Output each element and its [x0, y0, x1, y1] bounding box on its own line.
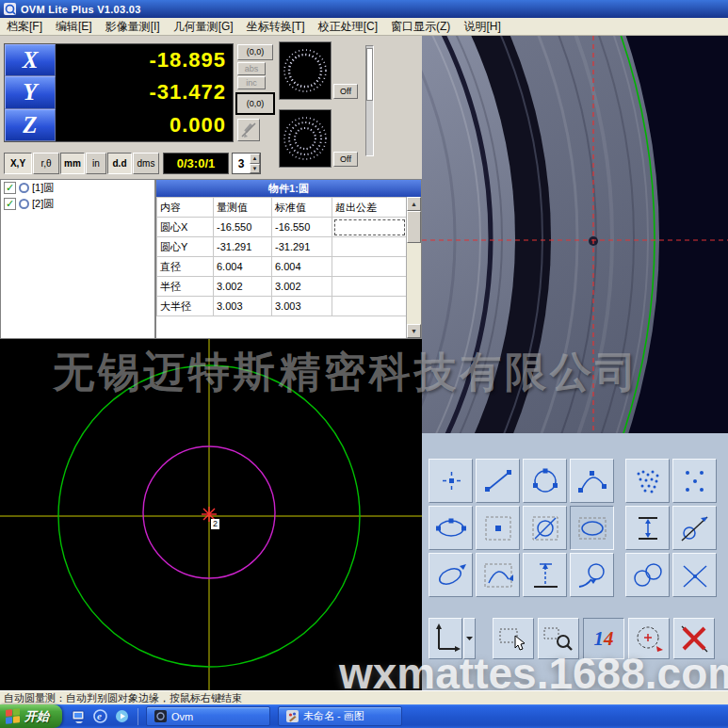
rotated-ellipse-tool-button[interactable]: [429, 553, 473, 597]
cell-measured[interactable]: -31.291: [214, 237, 272, 257]
point-count-spinner[interactable]: 3 ▲ ▼: [232, 153, 261, 174]
cross-lines-tool-button[interactable]: [672, 553, 717, 597]
col-header-name[interactable]: 内容: [157, 198, 214, 218]
menu-item-file[interactable]: 档案[F]: [0, 18, 49, 36]
cell-standard[interactable]: -16.550: [272, 218, 332, 237]
cell-tolerance[interactable]: [332, 218, 407, 237]
cell-name[interactable]: 半径: [157, 277, 214, 297]
light-slider[interactable]: [365, 45, 374, 156]
cell-standard[interactable]: 3.003: [272, 297, 332, 316]
display1-off-button[interactable]: Off: [333, 84, 358, 99]
table-row[interactable]: 大半径 3.003 3.003: [157, 297, 407, 316]
point-tool-button[interactable]: [429, 459, 473, 503]
tree-item-label[interactable]: [1]圆: [32, 181, 54, 195]
line-tool-button[interactable]: [476, 459, 520, 503]
col-header-measured[interactable]: 量测值: [214, 198, 272, 218]
ellipse-tool-button[interactable]: [429, 506, 473, 550]
menu-item-coord-transform[interactable]: 坐标转换[T]: [240, 18, 312, 36]
vertical-distance-tool-button[interactable]: [625, 506, 670, 550]
circle-object-icon: [19, 183, 29, 193]
checkbox-circle-2[interactable]: ✓: [4, 198, 16, 210]
scrollbar-track[interactable]: [407, 211, 421, 324]
spinner-down-button[interactable]: ▼: [250, 164, 260, 174]
two-circles-tool-button[interactable]: [625, 553, 670, 597]
cell-name[interactable]: 大半径: [157, 297, 214, 316]
checkbox-circle-1[interactable]: ✓: [4, 182, 16, 194]
scroll-up-icon[interactable]: ▲: [407, 197, 421, 211]
box-arc-tool-button[interactable]: [476, 553, 520, 597]
spinner-up-button[interactable]: ▲: [250, 154, 260, 164]
show-desktop-icon[interactable]: [71, 708, 87, 724]
display2-off-button[interactable]: Off: [333, 152, 358, 167]
coord-xy-button[interactable]: X,Y: [4, 153, 32, 174]
drawing-canvas[interactable]: 2: [0, 339, 422, 690]
cell-measured[interactable]: 3.003: [214, 297, 272, 316]
table-row[interactable]: 圆心X -16.550 -16.550: [157, 218, 407, 237]
auto-circle-tool-button[interactable]: [628, 618, 670, 659]
task-button-ovm[interactable]: Ovm: [146, 706, 270, 726]
cell-tolerance[interactable]: [332, 237, 407, 257]
media-player-icon[interactable]: [114, 708, 130, 724]
inc-mode-button[interactable]: inc: [237, 76, 266, 89]
cell-tolerance[interactable]: [332, 297, 407, 316]
zoom-tool-button[interactable]: [538, 618, 579, 659]
cell-tolerance[interactable]: [332, 277, 407, 297]
zero-origin-button-2[interactable]: (0,0): [235, 92, 275, 115]
table-row[interactable]: 半径 3.002 3.002: [157, 277, 407, 297]
scroll-down-icon[interactable]: ▼: [407, 324, 421, 338]
arc-tool-button[interactable]: [570, 459, 614, 503]
browser-icon[interactable]: e: [92, 708, 108, 724]
abs-mode-button[interactable]: abs: [237, 62, 266, 75]
menu-item-image-measure[interactable]: 影像量测[I]: [99, 18, 167, 36]
angle-dd-button[interactable]: d.d: [107, 153, 132, 174]
circle-tool-button[interactable]: [523, 459, 567, 503]
cell-name[interactable]: 直径: [157, 257, 214, 277]
coord-polar-button[interactable]: r,θ: [33, 153, 59, 174]
menu-item-help[interactable]: 说明[H]: [457, 18, 507, 36]
table-row[interactable]: 直径 6.004 6.004: [157, 257, 407, 277]
box-circle-tool-button[interactable]: [523, 506, 567, 550]
scrollbar-thumb[interactable]: [407, 211, 421, 243]
cell-measured[interactable]: 6.004: [214, 257, 272, 277]
tangent-circle-tool-button[interactable]: [672, 506, 717, 550]
box-ellipse-tool-button[interactable]: [570, 506, 614, 550]
select-tool-button[interactable]: [493, 618, 534, 659]
cell-name[interactable]: 圆心Y: [157, 237, 214, 257]
angle-dms-button[interactable]: dms: [133, 153, 159, 174]
coordinate-dropdown-button[interactable]: [463, 618, 476, 659]
count-tool-button[interactable]: 14: [583, 618, 624, 659]
delete-tool-button[interactable]: [673, 618, 715, 659]
table-scrollbar[interactable]: ▲ ▼: [406, 197, 421, 338]
cell-standard[interactable]: 6.004: [272, 257, 332, 277]
dot-pattern-tool-button[interactable]: [672, 459, 717, 503]
coordinate-system-tool-button[interactable]: [429, 618, 462, 659]
cell-name[interactable]: 圆心X: [157, 218, 214, 237]
unit-mm-button[interactable]: mm: [60, 153, 85, 174]
task-button-paint[interactable]: 未命名 - 画图: [278, 706, 402, 726]
cell-standard[interactable]: -31.291: [272, 237, 332, 257]
menu-item-edit[interactable]: 编辑[E]: [49, 18, 99, 36]
edit-disabled-button[interactable]: [237, 119, 260, 141]
menu-item-geometry-measure[interactable]: 几何量测[G]: [167, 18, 240, 36]
tree-item-circle-2[interactable]: ✓ [2]圆: [1, 196, 154, 212]
translate-circle-tool-button[interactable]: [570, 553, 614, 597]
cell-standard[interactable]: 3.002: [272, 277, 332, 297]
col-header-standard[interactable]: 标准值: [272, 198, 332, 218]
menu-item-calibration[interactable]: 校正处理[C]: [312, 18, 384, 36]
cell-tolerance[interactable]: [332, 257, 407, 277]
point-cloud-tool-button[interactable]: [625, 459, 670, 503]
table-row[interactable]: 圆心Y -31.291 -31.291: [157, 237, 407, 257]
cell-measured[interactable]: -16.550: [214, 218, 272, 237]
cell-measured[interactable]: 3.002: [214, 277, 272, 297]
camera-live-view[interactable]: [422, 36, 728, 433]
zero-origin-button[interactable]: (0,0): [237, 44, 273, 60]
col-header-tolerance[interactable]: 超出公差: [332, 198, 407, 218]
start-button[interactable]: 开始: [0, 704, 62, 728]
tree-item-circle-1[interactable]: ✓ [1]圆: [1, 180, 154, 196]
light-slider-thumb[interactable]: [366, 48, 373, 101]
box-point-tool-button[interactable]: [476, 506, 520, 550]
height-measure-tool-button[interactable]: [523, 553, 567, 597]
menu-item-window-display[interactable]: 窗口显示(Z): [384, 18, 457, 36]
tree-item-label[interactable]: [2]圆: [32, 197, 54, 211]
unit-inch-button[interactable]: in: [86, 153, 106, 174]
